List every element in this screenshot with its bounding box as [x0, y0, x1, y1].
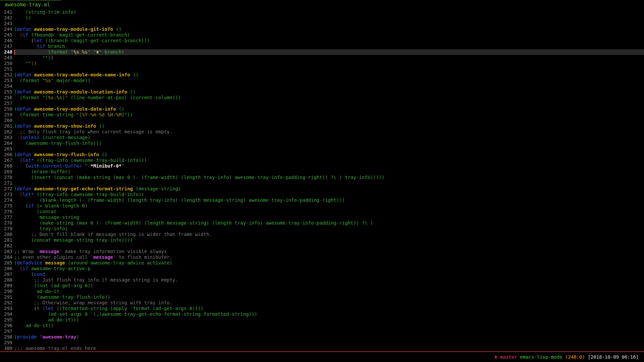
line-number: 243 [0, 21, 12, 26]
code-line[interactable]: 282 [0, 243, 644, 249]
code-line[interactable]: 278 (make-string (max 0 (- (frame-width)… [0, 220, 644, 226]
code-text: (defadvice message (around awesome-tray-… [14, 260, 644, 266]
code-line[interactable]: 259 (format-time-string "[%Y-%m-%d %H:%M… [0, 112, 644, 118]
code-line[interactable]: 271 [0, 180, 644, 186]
code-text [14, 118, 644, 123]
code-line[interactable]: 269 (erase-buffer) [0, 169, 644, 175]
code-line[interactable]: 286 (if awesome-tray-active-p [0, 266, 644, 272]
code-line[interactable]: 243 [0, 21, 644, 26]
code-line[interactable]: 294 (ad-set-args 0 `(,(awesome-tray-get-… [0, 311, 644, 317]
code-text: ((not (ad-get-arg 0)) [14, 283, 644, 289]
code-line[interactable]: 283;; Wrap `message' make tray informati… [0, 249, 644, 254]
code-line[interactable]: 274 (blank-length (- (frame-width) (leng… [0, 197, 644, 203]
code-line[interactable]: 287 (cond [0, 272, 644, 277]
code-text: (t (let ((formatted-string (apply 'forma… [14, 306, 644, 311]
code-line[interactable]: 295 ad-do-it))) [0, 317, 644, 323]
line-number: 263 [0, 135, 12, 140]
code-text [14, 21, 644, 26]
code-text [14, 328, 644, 334]
code-line[interactable]: 291 (awesome-tray-flush-info)) [0, 294, 644, 300]
code-text: ;; Just flush tray info if message strin… [14, 277, 644, 283]
code-line[interactable]: 299 [0, 340, 644, 346]
code-line[interactable]: 250 "")) [0, 61, 644, 66]
code-line[interactable]: 270 (insert (concat (make-string (max 0 … [0, 175, 644, 180]
code-line[interactable]: 242 )) [0, 15, 644, 21]
code-line[interactable]: 277 message-string [0, 215, 644, 220]
code-line[interactable]: 290 ad-do-it [0, 289, 644, 294]
code-line[interactable]: 244(defun awesome-tray-module-git-info (… [0, 26, 644, 32]
line-number: 284 [0, 254, 12, 260]
code-line[interactable]: 285(defadvice message (around awesome-tr… [0, 260, 644, 266]
code-text: (format "(%s:%s)" (line-number-at-pos) (… [14, 95, 644, 101]
code-line[interactable]: 275 (if (> blank-length 0) [0, 203, 644, 209]
code-text: message-string [14, 215, 644, 220]
code-line[interactable]: 281 (concat message-string tray-info)))) [0, 237, 644, 243]
awesome-tray: ♜ master emacs-lisp-mode (248:0) [2018-1… [0, 352, 644, 362]
code-line[interactable]: 245 (if (fboundp 'magit-get-current-bran… [0, 32, 644, 38]
code-line[interactable]: 251 [0, 66, 644, 72]
tab-awesome-tray-el[interactable]: awesome-tray.el [0, 0, 61, 8]
code-line[interactable]: 284;; even other plugins call `message' … [0, 254, 644, 260]
code-line[interactable]: 258(defun awesome-tray-module-date-info … [0, 106, 644, 112]
code-line[interactable]: 241 (string-trim info) [0, 9, 644, 15]
code-line[interactable]: 249 "")) [0, 55, 644, 61]
code-line[interactable]: 272(defun awesome-tray-get-echo-format-s… [0, 186, 644, 192]
code-line[interactable]: 254 [0, 83, 644, 89]
code-line[interactable]: 292 ;; Otherwise, wrap message string wi… [0, 300, 644, 306]
code-line[interactable]: 247 (if branch [0, 44, 644, 49]
code-text: ;; Otherwise, wrap message string with t… [14, 300, 644, 306]
code-line[interactable]: 248 (format "%s %s" "♜" branch) [0, 49, 644, 55]
tray-major-mode: emacs-lisp-mode [520, 354, 562, 360]
line-number: 287 [0, 272, 12, 277]
code-line[interactable]: 252(defun awesome-tray-module-mode-name-… [0, 72, 644, 78]
code-line[interactable]: 264 (awesome-tray-flush-info))) [0, 140, 644, 146]
code-text: "")) [14, 61, 644, 66]
code-text: "")) [14, 55, 644, 61]
code-line[interactable]: 289 ((not (ad-get-arg 0)) [0, 283, 644, 289]
code-line[interactable]: 256 (format "(%s:%s)" (line-number-at-po… [0, 95, 644, 101]
code-line[interactable]: 276 (concat [0, 209, 644, 215]
line-number: 296 [0, 323, 12, 328]
code-line[interactable]: 280 ;; Don't fill blank if message strin… [0, 232, 644, 237]
line-number: 277 [0, 215, 12, 220]
tab-title: awesome-tray.el [5, 2, 50, 8]
code-text: ;; even other plugins call `message' to … [14, 254, 644, 260]
code-line[interactable]: 273 (let* ((tray-info (awesome-tray-buil… [0, 192, 644, 197]
code-line[interactable]: 262 ;; Only flush tray info when current… [0, 129, 644, 135]
line-number: 274 [0, 197, 12, 203]
code-line[interactable]: 266(defun awesome-tray-flush-info () [0, 152, 644, 158]
code-line[interactable]: 297 [0, 328, 644, 334]
code-line[interactable]: 257 [0, 101, 644, 106]
code-line[interactable]: 267 (let* ((tray-info (awesome-tray-buil… [0, 158, 644, 163]
code-line[interactable]: 268 (with-current-buffer " *Minibuf-0*" [0, 163, 644, 169]
code-text: (defun awesome-tray-module-mode-name-inf… [14, 72, 644, 78]
code-text [14, 83, 644, 89]
code-line[interactable]: 279 tray-info) [0, 226, 644, 232]
code-text: (erase-buffer) [14, 169, 644, 175]
code-line[interactable]: 288 ;; Just flush tray info if message s… [0, 277, 644, 283]
code-line[interactable]: 255(defun awesome-tray-module-location-i… [0, 89, 644, 95]
code-line[interactable]: 263 (unless (current-message) [0, 135, 644, 140]
code-line[interactable]: 260 [0, 118, 644, 123]
tray-location: (248:0) [565, 354, 585, 360]
code-text: ad-do-it [14, 289, 644, 294]
text-cursor [14, 50, 15, 55]
code-line[interactable]: 261(defun awesome-tray-show-info () [0, 123, 644, 129]
code-line[interactable]: 265 [0, 146, 644, 152]
line-number: 291 [0, 294, 12, 300]
code-line[interactable]: 246 (let ((branch (magit-get-current-bra… [0, 38, 644, 44]
line-number: 260 [0, 118, 12, 123]
code-text: (format "%s %s" "♜" branch) [14, 49, 644, 55]
line-number: 271 [0, 180, 12, 186]
code-line[interactable]: 300;;; awesome-tray.el ends here [0, 346, 644, 351]
tray-git-branch: ♜ master [494, 354, 517, 360]
line-number: 273 [0, 192, 12, 197]
line-number: 264 [0, 140, 12, 146]
code-line[interactable]: 293 (t (let ((formatted-string (apply 'f… [0, 306, 644, 311]
code-editor[interactable]: 241 (string-trim info)242 ))243244(defun… [0, 9, 644, 351]
code-line[interactable]: 253 (format "%s" major-mode)) [0, 78, 644, 83]
line-number: 247 [0, 44, 12, 49]
line-number: 268 [0, 163, 12, 169]
code-line[interactable]: 296 ad-do-it)) [0, 323, 644, 328]
code-line[interactable]: 298(provide 'awesome-tray) [0, 334, 644, 340]
